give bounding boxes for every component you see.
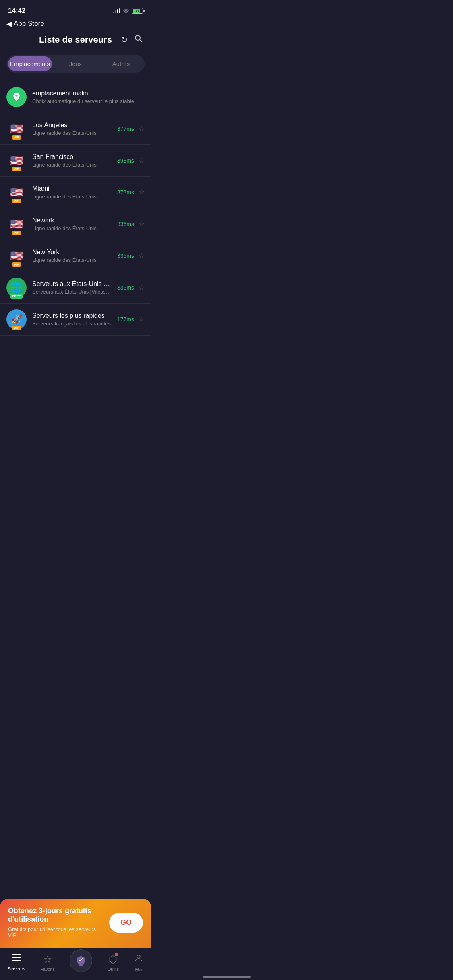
refresh-icon[interactable]: ↻ <box>120 35 128 45</box>
server-icon-ny: 🇺🇸 VIP <box>6 246 27 266</box>
free-badge: FREE <box>10 294 23 299</box>
list-item[interactable]: 🇺🇸 VIP Los Angeles Ligne rapide des État… <box>0 113 151 145</box>
server-info-fastest: Serveurs les plus rapides Serveurs franç… <box>32 312 112 327</box>
page-header: Liste de serveurs ↻ <box>0 31 151 51</box>
server-list: A emplacement malin Choix automatique du… <box>0 81 151 344</box>
server-right-us-free: 335ms ☆ <box>117 283 145 292</box>
list-item[interactable]: 🇺🇸 VIP New York Ligne rapide des États-U… <box>0 240 151 272</box>
server-desc: Choix automatique du serveur le plus sta… <box>32 98 145 104</box>
tab-jeux[interactable]: Jeux <box>54 56 97 71</box>
list-item[interactable]: 🇺🇸 VIP Miami Ligne rapide des États-Unis… <box>0 177 151 208</box>
server-ping: 373ms <box>117 189 134 196</box>
back-arrow-icon: ◀ <box>6 19 12 28</box>
server-icon-smart: A <box>6 87 27 107</box>
search-icon[interactable] <box>134 34 143 45</box>
signal-icon <box>113 8 120 13</box>
server-name: Miami <box>32 185 112 192</box>
server-ping: 393ms <box>117 157 134 164</box>
server-info-ny: New York Ligne rapide des États-Unis <box>32 249 112 263</box>
server-info-miami: Miami Ligne rapide des États-Unis <box>32 185 112 200</box>
wifi-icon <box>123 8 129 14</box>
server-right-fastest: 177ms ☆ <box>117 315 145 324</box>
server-name: New York <box>32 249 112 256</box>
server-ping: 177ms <box>117 316 134 323</box>
server-ping: 336ms <box>117 221 134 227</box>
status-icons: 77 <box>113 8 143 14</box>
server-right-sf: 393ms ☆ <box>117 156 145 165</box>
status-bar: 14:42 77 <box>0 0 151 18</box>
back-label: App Store <box>14 20 44 28</box>
tab-emplacements[interactable]: Emplacements <box>8 56 52 71</box>
server-name: Newark <box>32 217 112 224</box>
server-desc: Ligne rapide des États-Unis <box>32 162 112 168</box>
server-name: San Francisco <box>32 153 112 161</box>
server-info-sf: San Francisco Ligne rapide des États-Uni… <box>32 153 112 168</box>
server-desc: Serveurs aux États-Unis [Vitesse limi... <box>32 289 112 295</box>
server-ping: 377ms <box>117 126 134 132</box>
favorite-star-icon[interactable]: ☆ <box>138 283 145 292</box>
server-right-ny: 335ms ☆ <box>117 251 145 260</box>
server-right-la: 377ms ☆ <box>117 124 145 133</box>
vip-badge: VIP <box>12 231 21 235</box>
server-icon-la: 🇺🇸 VIP <box>6 119 27 139</box>
list-item[interactable]: 🌐 FREE Serveurs aux États-Unis [Vitess..… <box>0 272 151 304</box>
server-info-newark: Newark Ligne rapide des États-Unis <box>32 217 112 231</box>
server-icon-sf: 🇺🇸 VIP <box>6 150 27 171</box>
favorite-star-icon[interactable]: ☆ <box>138 220 145 229</box>
vip-badge: VIP <box>12 135 21 140</box>
server-desc: Ligne rapide des États-Unis <box>32 130 112 136</box>
vip-badge: VIP <box>12 326 21 330</box>
vip-badge: VIP <box>12 262 21 267</box>
server-desc: Ligne rapide des États-Unis <box>32 194 112 200</box>
list-item[interactable]: A emplacement malin Choix automatique du… <box>0 81 151 113</box>
server-ping: 335ms <box>117 284 134 291</box>
favorite-star-icon[interactable]: ☆ <box>138 156 145 165</box>
server-icon-fastest: 🚀 VIP <box>6 309 27 329</box>
server-info-la: Los Angeles Ligne rapide des États-Unis <box>32 121 112 136</box>
favorite-star-icon[interactable]: ☆ <box>138 188 145 197</box>
server-desc: Serveurs français les plus rapides <box>32 321 112 327</box>
server-right-miami: 373ms ☆ <box>117 188 145 197</box>
back-navigation[interactable]: ◀ App Store <box>0 18 151 31</box>
server-icon-newark: 🇺🇸 VIP <box>6 214 27 234</box>
list-item[interactable]: 🇺🇸 VIP San Francisco Ligne rapide des Ét… <box>0 145 151 177</box>
favorite-star-icon[interactable]: ☆ <box>138 315 145 324</box>
list-item[interactable]: 🚀 VIP Serveurs les plus rapides Serveurs… <box>0 304 151 336</box>
page-title: Liste de serveurs <box>39 35 112 45</box>
vip-badge: VIP <box>12 199 21 203</box>
server-info-smart: emplacement malin Choix automatique du s… <box>32 90 145 104</box>
server-right-newark: 336ms ☆ <box>117 220 145 229</box>
list-item[interactable]: 🇺🇸 VIP Newark Ligne rapide des États-Uni… <box>0 208 151 240</box>
server-name: Serveurs les plus rapides <box>32 312 112 319</box>
status-time: 14:42 <box>8 7 25 15</box>
server-desc: Ligne rapide des États-Unis <box>32 225 112 231</box>
server-icon-us-free: 🌐 FREE <box>6 278 27 298</box>
vip-badge: VIP <box>12 167 21 171</box>
tabs-container: Emplacements Jeux Autres <box>6 55 145 73</box>
svg-line-1 <box>140 40 142 42</box>
battery-icon: 77 <box>132 8 143 14</box>
tab-autres[interactable]: Autres <box>99 56 143 71</box>
server-desc: Ligne rapide des États-Unis <box>32 257 112 263</box>
server-name: Serveurs aux États-Unis [Vitess... <box>32 280 112 288</box>
header-actions: ↻ <box>120 34 143 45</box>
svg-point-0 <box>135 35 140 40</box>
svg-text:A: A <box>15 95 18 98</box>
server-name: emplacement malin <box>32 90 145 97</box>
favorite-star-icon[interactable]: ☆ <box>138 251 145 260</box>
server-name: Los Angeles <box>32 121 112 129</box>
favorite-star-icon[interactable]: ☆ <box>138 124 145 133</box>
server-ping: 335ms <box>117 253 134 259</box>
server-info-us-free: Serveurs aux États-Unis [Vitess... Serve… <box>32 280 112 295</box>
server-icon-miami: 🇺🇸 VIP <box>6 182 27 202</box>
